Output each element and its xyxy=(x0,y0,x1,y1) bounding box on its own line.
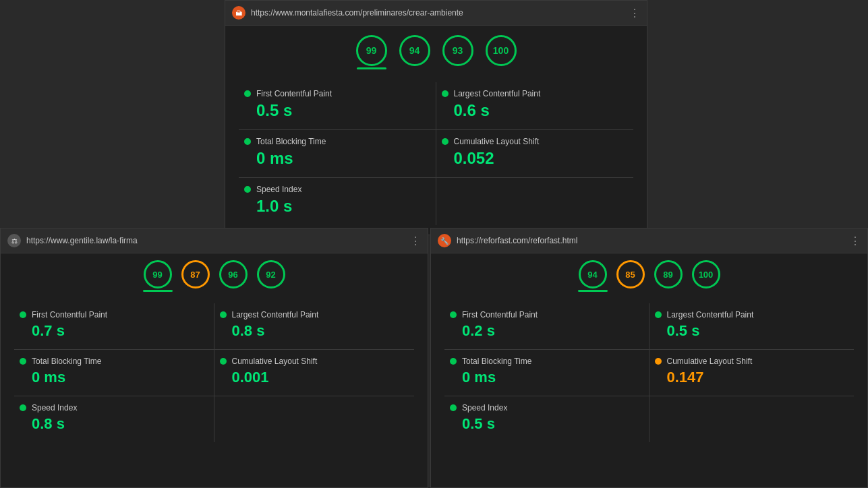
br-metric-si: Speed Index 0.5 s xyxy=(444,396,649,442)
bl-score-1[interactable]: 87 xyxy=(181,260,210,288)
br-metric-cls-label: Cumulative Layout Shift xyxy=(667,357,753,366)
metric-fcp-value: 0.5 s xyxy=(256,101,430,120)
br-metric-fcp: First Contentful Paint 0.2 s xyxy=(444,303,649,350)
br-score-0[interactable]: 94 xyxy=(579,260,607,288)
bl-metric-fcp: First Contentful Paint 0.7 s xyxy=(14,303,214,350)
bl-metric-si: Speed Index 0.8 s xyxy=(14,396,214,442)
panel-bottom-left: ⚖ https://www.gentile.law/la-firma ⋮ 99 … xyxy=(0,228,428,488)
metric-tbt-label: Total Blocking Time xyxy=(256,137,326,146)
metric-cls: Cumulative Layout Shift 0.052 xyxy=(436,130,634,178)
br-metric-si-dot xyxy=(450,404,457,411)
bl-metric-cls: Cumulative Layout Shift 0.001 xyxy=(214,350,415,396)
br-metric-si-label: Speed Index xyxy=(462,403,507,413)
br-metric-cls: Cumulative Layout Shift 0.147 xyxy=(649,350,855,396)
bl-metric-lcp-dot xyxy=(220,311,227,318)
bl-metric-tbt-value: 0 ms xyxy=(32,369,208,386)
br-metric-tbt: Total Blocking Time 0 ms xyxy=(444,350,649,396)
bl-metric-tbt: Total Blocking Time 0 ms xyxy=(14,350,214,396)
panel-bl-scores: 99 87 96 92 xyxy=(1,253,428,294)
br-metric-fcp-value: 0.2 s xyxy=(462,322,643,340)
bl-metric-lcp-label: Largest Contentful Paint xyxy=(232,310,319,319)
panel-bl-url: https://www.gentile.law/la-firma xyxy=(26,236,405,245)
panel-br-menu-icon[interactable]: ⋮ xyxy=(850,235,861,247)
bl-score-3[interactable]: 92 xyxy=(257,260,285,288)
bl-metric-lcp: Largest Contentful Paint 0.8 s xyxy=(214,303,415,350)
br-metric-cls-dot xyxy=(655,358,662,365)
score-circle-1[interactable]: 94 xyxy=(399,35,430,66)
metric-si: Speed Index 1.0 s xyxy=(239,178,436,225)
score-circle-0[interactable]: 99 xyxy=(356,35,387,66)
panel-top-scores: 99 94 93 100 xyxy=(225,26,647,73)
br-metric-tbt-label: Total Blocking Time xyxy=(462,357,531,366)
panel-bottom-right: 🔧 https://reforfast.com/reforfast.html ⋮… xyxy=(430,228,868,488)
bl-metric-fcp-label: First Contentful Paint xyxy=(32,310,107,319)
bl-metric-lcp-value: 0.8 s xyxy=(232,322,409,340)
main-layout: 🏔 https://www.montalafiesta.com/prelimin… xyxy=(0,0,868,488)
bl-metric-cls-label: Cumulative Layout Shift xyxy=(232,357,318,366)
metric-lcp-dot xyxy=(442,90,449,97)
br-metric-tbt-dot xyxy=(450,358,457,365)
metric-lcp: Largest Contentful Paint 0.6 s xyxy=(436,82,634,130)
panel-top-favicon: 🏔 xyxy=(232,6,245,20)
br-metric-tbt-value: 0 ms xyxy=(462,369,643,386)
bl-metric-cls-dot xyxy=(220,358,227,365)
br-score-1[interactable]: 85 xyxy=(616,260,645,288)
bl-metric-cls-value: 0.001 xyxy=(232,369,409,386)
panel-bl-favicon: ⚖ xyxy=(7,234,21,247)
br-metric-cls-value: 0.147 xyxy=(667,369,849,386)
metric-si-value: 1.0 s xyxy=(256,197,430,216)
br-metric-lcp: Largest Contentful Paint 0.5 s xyxy=(649,303,855,350)
bl-metric-si-dot xyxy=(20,404,26,411)
metric-si-dot xyxy=(244,186,251,193)
panel-top-header: 🏔 https://www.montalafiesta.com/prelimin… xyxy=(225,1,647,26)
bl-score-2[interactable]: 96 xyxy=(219,260,248,288)
panel-top-menu-icon[interactable]: ⋮ xyxy=(629,7,640,20)
bl-metric-tbt-label: Total Blocking Time xyxy=(32,357,101,366)
metric-cls-value: 0.052 xyxy=(454,149,629,168)
panel-top-url: https://www.montalafiesta.com/preliminar… xyxy=(251,8,624,18)
metric-cls-label: Cumulative Layout Shift xyxy=(454,137,540,146)
metric-si-label: Speed Index xyxy=(256,185,301,194)
bl-score-0[interactable]: 99 xyxy=(144,260,172,288)
bl-metric-si-label: Speed Index xyxy=(32,403,77,413)
br-metric-lcp-value: 0.5 s xyxy=(667,322,849,340)
bl-metric-tbt-dot xyxy=(20,358,26,365)
br-score-3[interactable]: 100 xyxy=(692,260,720,288)
panel-bl-header: ⚖ https://www.gentile.law/la-firma ⋮ xyxy=(1,228,428,253)
br-metric-fcp-label: First Contentful Paint xyxy=(462,310,538,319)
br-metric-fcp-dot xyxy=(450,311,457,318)
score-circle-3[interactable]: 100 xyxy=(486,35,517,66)
bl-metric-si-value: 0.8 s xyxy=(32,415,208,433)
panel-br-scores: 94 85 89 100 xyxy=(431,253,867,294)
bl-metric-fcp-value: 0.7 s xyxy=(32,322,208,340)
metric-fcp: First Contentful Paint 0.5 s xyxy=(239,82,436,130)
br-metric-lcp-dot xyxy=(655,311,662,318)
metric-lcp-value: 0.6 s xyxy=(454,101,629,120)
panel-br-header: 🔧 https://reforfast.com/reforfast.html ⋮ xyxy=(431,228,867,253)
br-metric-lcp-label: Largest Contentful Paint xyxy=(667,310,754,319)
score-circle-2[interactable]: 93 xyxy=(442,35,473,66)
panel-top-metrics: First Contentful Paint 0.5 s Largest Con… xyxy=(225,73,647,235)
metric-fcp-label: First Contentful Paint xyxy=(256,89,332,98)
panel-br-url: https://reforfast.com/reforfast.html xyxy=(457,236,844,245)
metric-tbt-value: 0 ms xyxy=(256,149,430,168)
br-metric-si-value: 0.5 s xyxy=(462,415,643,433)
metric-lcp-label: Largest Contentful Paint xyxy=(454,89,541,98)
panel-br-metrics: First Contentful Paint 0.2 s Largest Con… xyxy=(431,294,867,452)
metric-fcp-dot xyxy=(244,90,251,97)
bl-metric-fcp-dot xyxy=(20,311,26,318)
metric-cls-dot xyxy=(442,138,449,145)
panel-br-favicon: 🔧 xyxy=(438,234,451,247)
metric-tbt: Total Blocking Time 0 ms xyxy=(239,130,436,178)
panel-top: 🏔 https://www.montalafiesta.com/prelimin… xyxy=(225,0,647,235)
panel-bl-menu-icon[interactable]: ⋮ xyxy=(410,235,421,247)
br-score-2[interactable]: 89 xyxy=(654,260,683,288)
panel-bl-metrics: First Contentful Paint 0.7 s Largest Con… xyxy=(1,294,428,452)
metric-tbt-dot xyxy=(244,138,251,145)
